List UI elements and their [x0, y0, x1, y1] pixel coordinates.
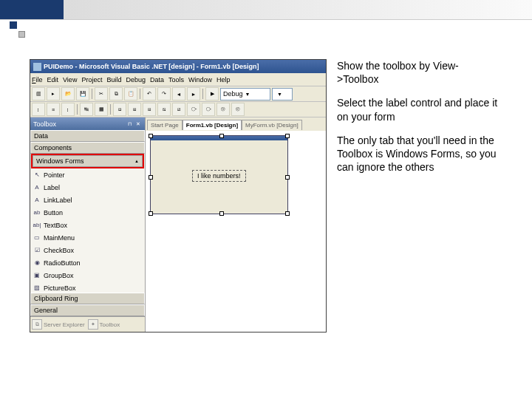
toolbox-pane: Toolbox ⊓ ✕ Data Components Windows Form…: [30, 117, 146, 332]
menu-build[interactable]: Build: [106, 76, 121, 83]
nav-fwd-button[interactable]: ►: [187, 87, 200, 100]
toolbox-item[interactable]: ↖Pointer: [30, 168, 145, 181]
control-label: TextBox: [44, 222, 67, 229]
label-control[interactable]: I like numbers!: [192, 170, 246, 182]
tab-label: Windows Forms: [36, 157, 84, 165]
add-item-button[interactable]: ▸: [47, 87, 60, 100]
toolbox-tab-data[interactable]: Data: [30, 130, 145, 142]
separator: [140, 89, 140, 99]
menu-window[interactable]: Window: [188, 76, 212, 83]
toolbox-tab-clipboard[interactable]: Clipboard Ring: [30, 293, 145, 304]
new-project-button[interactable]: ▥: [32, 87, 45, 100]
control-icon: ab: [33, 208, 41, 217]
menu-project[interactable]: Project: [81, 76, 102, 83]
control-icon: ☑: [33, 246, 41, 255]
menu-debug[interactable]: Debug: [126, 76, 146, 83]
ide-window: PUIDemo - Microsoft Visual Basic .NET [d…: [30, 59, 327, 332]
chevron-down-icon: ▼: [277, 92, 282, 97]
resize-handle[interactable]: [285, 175, 290, 180]
control-label: Pointer: [44, 171, 65, 179]
toolbox-tab-general[interactable]: General: [30, 304, 145, 316]
menu-view[interactable]: View: [63, 76, 77, 83]
toolbox-footer: ⧉ Server Explorer ✦ Toolbox: [30, 316, 145, 332]
server-icon: ⧉: [32, 319, 42, 330]
config-label: Debug: [223, 90, 243, 98]
toolbox-pin-close[interactable]: ⊓ ✕: [128, 121, 142, 127]
layout-btn[interactable]: ⧆: [143, 103, 156, 116]
align-left-button[interactable]: ⫶: [32, 103, 45, 116]
toolbox-item[interactable]: ALabel: [30, 181, 145, 194]
layout-btn[interactable]: ⧄: [172, 103, 185, 116]
nav-back-button[interactable]: ◄: [172, 87, 185, 100]
layout-btn[interactable]: ⧁: [216, 103, 230, 116]
toolbox-item[interactable]: ◉RadioButton: [30, 256, 145, 269]
control-icon: ◉: [33, 259, 41, 267]
window-title: PUIDemo - Microsoft Visual Basic .NET [d…: [44, 63, 259, 70]
menu-file[interactable]: File: [32, 76, 43, 83]
align-right-button[interactable]: ⫶: [61, 103, 75, 116]
server-explorer-label: Server Explorer: [44, 321, 85, 328]
paste-button[interactable]: 📋: [124, 87, 137, 100]
menu-help[interactable]: Help: [216, 76, 231, 83]
redo-button[interactable]: ↷: [157, 87, 171, 100]
toolbox-item[interactable]: ☑CheckBox: [30, 244, 145, 256]
control-label: RadioButton: [44, 259, 81, 267]
start-button[interactable]: ▶: [205, 87, 219, 100]
toolbox-tab[interactable]: ✦ Toolbox: [88, 319, 120, 330]
toolbox-item[interactable]: abButton: [30, 206, 145, 219]
scroll-up-icon[interactable]: ▲: [134, 159, 139, 163]
menu-data[interactable]: Data: [150, 76, 164, 83]
menu-tools[interactable]: Tools: [168, 76, 184, 83]
menu-bar[interactable]: File Edit View Project Build Debug Data …: [30, 73, 326, 86]
tab-start-page[interactable]: Start Page: [147, 120, 183, 130]
toolbox-tab-windows-forms[interactable]: Windows Forms ▲: [33, 155, 143, 167]
layout-btn[interactable]: ⧃: [187, 103, 200, 116]
align-center-button[interactable]: ≡: [47, 103, 60, 116]
toolbox-item[interactable]: ▭MainMenu: [30, 231, 145, 244]
tab-form1-design[interactable]: Form1.vb [Design]: [183, 120, 242, 130]
layout-btn[interactable]: ⧀: [231, 103, 245, 116]
resize-handle[interactable]: [149, 134, 153, 138]
instruction-p1: Show the toolbox by View->Toolbox: [337, 59, 499, 86]
control-icon: ▨: [33, 284, 41, 293]
menu-edit[interactable]: Edit: [47, 76, 59, 83]
resize-handle[interactable]: [285, 211, 290, 216]
server-explorer-tab[interactable]: ⧉ Server Explorer: [32, 319, 85, 330]
toolbox-item[interactable]: ALinkLabel: [30, 194, 145, 206]
resize-handle[interactable]: [149, 175, 153, 180]
save-button[interactable]: 💾: [76, 87, 89, 100]
instruction-p2: Select the label control and place it on…: [337, 96, 499, 123]
toolbox-item[interactable]: ▨PictureBox: [30, 282, 145, 293]
control-label: CheckBox: [44, 247, 74, 254]
layout-btn[interactable]: ⧅: [157, 103, 171, 116]
slide-banner: [0, 0, 532, 20]
instruction-text: Show the toolbox by View->Toolbox Select…: [337, 59, 499, 184]
copy-button[interactable]: ⧉: [109, 87, 123, 100]
toolbox-tab-components[interactable]: Components: [30, 142, 145, 154]
toolbox-item[interactable]: ▣GroupBox: [30, 269, 145, 282]
control-label: LinkLabel: [44, 197, 72, 204]
toolbox-item[interactable]: ab|TextBox: [30, 219, 145, 231]
undo-button[interactable]: ↶: [143, 87, 156, 100]
platform-combo[interactable]: ▼: [272, 88, 293, 100]
layout-btn[interactable]: ⧇: [128, 103, 141, 116]
open-button[interactable]: 📂: [61, 87, 75, 100]
decor-square: [18, 31, 25, 38]
control-label: GroupBox: [44, 272, 74, 279]
resize-handle[interactable]: [219, 211, 224, 216]
layout-btn[interactable]: ⧂: [202, 103, 215, 116]
tab-order-button[interactable]: ↹: [80, 103, 93, 116]
design-surface[interactable]: I like numbers!: [146, 131, 326, 332]
resize-handle[interactable]: [285, 134, 290, 138]
config-combo[interactable]: Debug ▼: [220, 88, 270, 100]
form-preview[interactable]: I like numbers!: [150, 135, 288, 214]
grid-button[interactable]: ▦: [95, 103, 108, 116]
tab-myform-design[interactable]: MyForm.vb [Design]: [242, 120, 302, 130]
resize-handle[interactable]: [149, 211, 153, 216]
cut-button[interactable]: ✂: [95, 87, 108, 100]
layout-btn[interactable]: ⧈: [113, 103, 126, 116]
control-icon: ab|: [33, 221, 41, 230]
titlebar[interactable]: PUIDemo - Microsoft Visual Basic .NET [d…: [30, 60, 326, 73]
toolbox-titlebar[interactable]: Toolbox ⊓ ✕: [30, 117, 145, 130]
resize-handle[interactable]: [219, 134, 224, 138]
